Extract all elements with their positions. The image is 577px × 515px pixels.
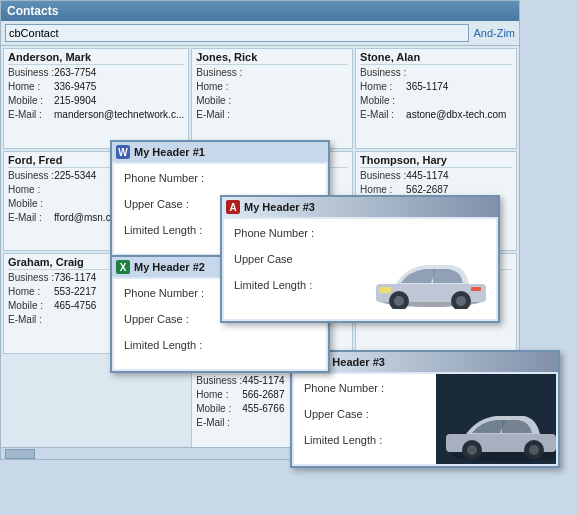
svg-point-5 xyxy=(456,296,466,306)
window1-title: My Header #1 xyxy=(134,146,205,158)
window4-limited-field: Limited Length : xyxy=(304,432,426,448)
window1-upper-label: Upper Case : xyxy=(124,198,214,210)
window3-limited-label: Limited Length : xyxy=(234,279,324,291)
window3-form: Phone Number : Upper Case Limited Length… xyxy=(224,219,366,319)
svg-point-14 xyxy=(529,445,539,455)
car-image xyxy=(366,219,496,319)
window4-phone-label: Phone Number : xyxy=(304,382,394,394)
window2-limited-label: Limited Length : xyxy=(124,339,214,351)
window3-limited-field: Limited Length : xyxy=(234,277,356,293)
contact-name: Anderson, Mark xyxy=(8,51,184,65)
window-header-3[interactable]: A My Header #3 Phone Number : Upper Case… xyxy=(220,195,500,323)
and-zim-button[interactable]: And-Zim xyxy=(473,27,515,39)
scroll-thumb[interactable] xyxy=(5,449,35,459)
window3-upper-field: Upper Case xyxy=(234,251,356,267)
window3-body: Phone Number : Upper Case Limited Length… xyxy=(224,219,496,319)
window4-titlebar: A My Header #3 xyxy=(292,352,558,372)
window3-phone-label: Phone Number : xyxy=(234,227,324,239)
window3-titlebar: A My Header #3 xyxy=(222,197,498,217)
window2-phone-label: Phone Number : xyxy=(124,287,214,299)
search-input[interactable] xyxy=(5,24,469,42)
window3-phone-field: Phone Number : xyxy=(234,225,356,241)
window1-limited-label: Limited Length : xyxy=(124,224,214,236)
window4-phone-field: Phone Number : xyxy=(304,380,426,396)
window2-icon: X xyxy=(116,260,130,274)
window4-body: Phone Number : Upper Case : Limited Leng… xyxy=(294,374,556,464)
contact-card[interactable]: Stone, Alan Business : Home :365-1174 Mo… xyxy=(355,48,517,149)
contacts-header: Contacts xyxy=(1,1,519,21)
svg-rect-6 xyxy=(379,287,391,293)
window1-titlebar: W My Header #1 xyxy=(112,142,328,162)
window4-upper-field: Upper Case : xyxy=(304,406,426,422)
contact-card[interactable]: Jones, Rick Business : Home : Mobile : E… xyxy=(191,48,353,149)
car-illustration-partial xyxy=(436,374,556,464)
window2-limited-field: Limited Length : xyxy=(124,337,316,353)
window2-title: My Header #2 xyxy=(134,261,205,273)
window1-phone-label: Phone Number : xyxy=(124,172,214,184)
svg-rect-7 xyxy=(471,287,481,291)
car-image-partial xyxy=(436,374,556,464)
window1-phone-field: Phone Number : xyxy=(124,170,316,186)
window1-icon: W xyxy=(116,145,130,159)
window4-limited-label: Limited Length : xyxy=(304,434,394,446)
window4-form: Phone Number : Upper Case : Limited Leng… xyxy=(294,374,436,464)
svg-point-12 xyxy=(467,445,477,455)
contact-card[interactable]: Anderson, Mark Business :263-7754 Home :… xyxy=(3,48,189,149)
svg-point-3 xyxy=(394,296,404,306)
contact-name: Thompson, Hary xyxy=(360,154,512,168)
contact-name: Jones, Rick xyxy=(196,51,348,65)
contacts-title: Contacts xyxy=(7,4,58,18)
window3-icon: A xyxy=(226,200,240,214)
contact-name: Stone, Alan xyxy=(360,51,512,65)
window3-upper-label: Upper Case xyxy=(234,253,324,265)
window3-title: My Header #3 xyxy=(244,201,315,213)
window4-upper-label: Upper Case : xyxy=(304,408,394,420)
window2-upper-label: Upper Case : xyxy=(124,313,214,325)
car-illustration xyxy=(371,249,491,309)
window-header-4[interactable]: A My Header #3 Phone Number : Upper Case… xyxy=(290,350,560,468)
search-bar: And-Zim xyxy=(1,21,519,46)
